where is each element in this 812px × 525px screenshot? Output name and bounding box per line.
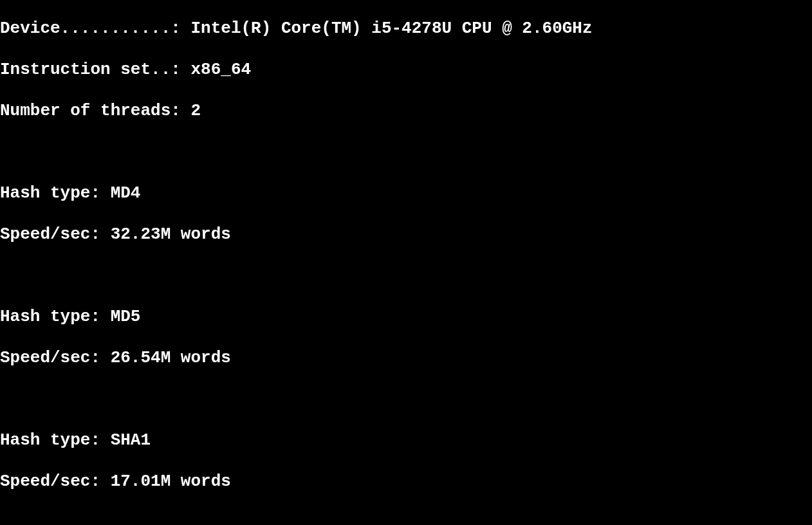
speed-line: Speed/sec: 26.54M words (0, 347, 812, 368)
speed-line: Speed/sec: 32.23M words (0, 224, 812, 244)
device-line: Device...........: Intel(R) Core(TM) i5-… (0, 18, 812, 39)
blank-line (0, 389, 812, 409)
speed-value: 32.23M words (111, 225, 231, 244)
hash-type-value: SHA1 (111, 430, 151, 450)
instruction-label: Instruction set..: (0, 60, 181, 79)
hash-type-value: MD4 (111, 183, 141, 203)
hash-type-value: MD5 (111, 307, 141, 326)
hash-type-label: Hash type: (0, 307, 100, 326)
hash-type-label: Hash type: (0, 183, 100, 203)
terminal-output: Device...........: Intel(R) Core(TM) i5-… (0, 0, 812, 525)
speed-value: 17.01M words (111, 472, 231, 491)
instruction-line: Instruction set..: x86_64 (0, 59, 812, 80)
threads-line: Number of threads: 2 (0, 100, 812, 121)
hash-type-line: Hash type: SHA1 (0, 430, 812, 450)
speed-label: Speed/sec: (0, 225, 100, 244)
blank-line (0, 512, 812, 525)
speed-value: 26.54M words (111, 348, 231, 367)
threads-label: Number of threads: (0, 101, 181, 120)
instruction-value: x86_64 (190, 60, 251, 79)
hash-type-line: Hash type: MD4 (0, 183, 812, 203)
speed-label: Speed/sec: (0, 472, 100, 491)
speed-line: Speed/sec: 17.01M words (0, 471, 812, 492)
device-label: Device...........: (0, 19, 181, 38)
hash-type-label: Hash type: (0, 430, 100, 450)
blank-line (0, 265, 812, 286)
blank-line (0, 142, 812, 162)
device-value: Intel(R) Core(TM) i5-4278U CPU @ 2.60GHz (190, 19, 592, 38)
hash-type-line: Hash type: MD5 (0, 306, 812, 327)
threads-value: 2 (190, 101, 201, 120)
speed-label: Speed/sec: (0, 348, 100, 367)
